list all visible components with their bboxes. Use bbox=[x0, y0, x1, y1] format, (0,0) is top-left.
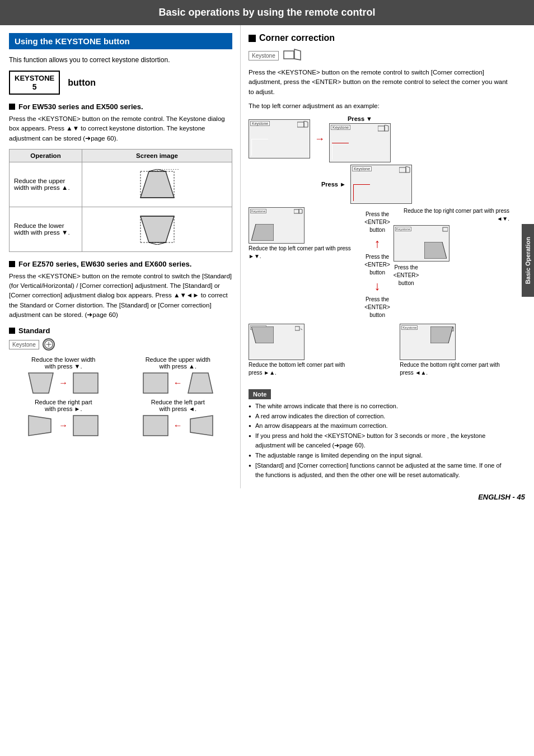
keystone-button-icon: KEYSTONE 5 bbox=[9, 71, 60, 95]
header-title: Basic operations by using the remote con… bbox=[158, 7, 375, 18]
big-arrow-icon: ↑ bbox=[374, 236, 381, 251]
note-item: An arrow disappears at the maximum corre… bbox=[249, 421, 509, 431]
enter-left-label: Press the<ENTER>button bbox=[364, 253, 390, 277]
note-item: A red arrow indicates the direction of c… bbox=[249, 412, 509, 422]
std-item-upper: Reduce the upper widthwith press ▲. ← bbox=[124, 356, 233, 394]
big-arrow-down-icon: ↓ bbox=[374, 279, 381, 293]
screen-cell-1 bbox=[82, 162, 232, 207]
standard-icon-row: Keystone bbox=[9, 338, 232, 351]
corner-row-2: Press ► Keystone bbox=[321, 165, 509, 204]
square-bullet-corner bbox=[249, 35, 256, 42]
std-item-lower: Reduce the lower widthwith press ▼. → bbox=[9, 356, 118, 394]
op-cell-1: Reduce the upper width with press ▲. bbox=[10, 162, 82, 207]
reduce-bl-label: Reduce the bottom left corner part with … bbox=[249, 361, 355, 377]
page: Basic operations by using the remote con… bbox=[0, 0, 534, 756]
svg-marker-28 bbox=[294, 49, 301, 60]
arrow-right-icon-2: → bbox=[59, 421, 68, 431]
screen-cell-2 bbox=[82, 207, 232, 251]
operation-table: Operation Screen image Reduce the upper … bbox=[9, 149, 232, 252]
note-item: The white arrows indicate that there is … bbox=[249, 402, 509, 412]
screen-br: Keystone bbox=[400, 324, 456, 360]
svg-marker-19 bbox=[29, 373, 53, 393]
circle-icon bbox=[43, 338, 55, 351]
corner-desc1: Press the <KEYSTONE> button on the remot… bbox=[249, 68, 509, 97]
left-column: Using the KEYSTONE button This function … bbox=[0, 25, 241, 488]
table-header-screen: Screen image bbox=[82, 149, 232, 162]
corner-icon-small-3 bbox=[399, 166, 410, 174]
svg-marker-9 bbox=[140, 216, 174, 242]
svg-marker-26 bbox=[190, 416, 213, 436]
corner-icon-tl bbox=[294, 209, 303, 215]
svg-marker-50 bbox=[430, 326, 453, 343]
svg-marker-23 bbox=[29, 416, 51, 436]
table-row: Reduce the lower width with press ▼. bbox=[10, 207, 232, 251]
press-down-group: Press ▼ Keystone bbox=[329, 115, 391, 162]
svg-marker-30 bbox=[304, 121, 308, 127]
op-cell-2: Reduce the lower width with press ▼. bbox=[10, 207, 82, 251]
arrow-right-icon: → bbox=[59, 378, 68, 388]
svg-rect-33 bbox=[378, 126, 385, 131]
reduce-tl-label: Reduce the top left corner part with pre… bbox=[249, 245, 361, 260]
tl-group: Keystone Reduce the top left corner part… bbox=[249, 207, 361, 260]
press-down-label: Press ▼ bbox=[348, 115, 372, 122]
corner-icon-tr bbox=[441, 227, 448, 233]
br-group: Keystone Reduce the bottom right corner … bbox=[400, 324, 509, 377]
right-column: Corner correction Keystone Press the <KE… bbox=[241, 25, 517, 488]
svg-rect-24 bbox=[73, 416, 98, 436]
corner-icon-small bbox=[297, 121, 308, 129]
corner-keystone-tag: Keystone bbox=[249, 51, 279, 60]
svg-rect-46 bbox=[295, 326, 299, 330]
square-bullet-icon-3 bbox=[9, 328, 15, 334]
press-right-label: Press ► bbox=[321, 181, 346, 188]
square-bullet-icon bbox=[9, 104, 15, 110]
svg-marker-48 bbox=[251, 326, 274, 343]
subsection2-text: Press the <KEYSTONE> button on the remot… bbox=[9, 272, 232, 320]
page-footer: ENGLISH - 45 bbox=[0, 488, 534, 506]
reduce-br-label: Reduce the bottom right corner part with… bbox=[400, 361, 509, 377]
svg-marker-43 bbox=[251, 224, 274, 241]
screen-after-down: Keystone bbox=[329, 123, 391, 162]
center-enter-col: Press the<ENTER>button ↑ Press the<ENTER… bbox=[364, 207, 390, 319]
table-row: Reduce the upper width with press ▲. bbox=[10, 162, 232, 207]
corner-arrows-3 bbox=[353, 184, 370, 201]
screen-after-right: Keystone bbox=[350, 165, 412, 204]
page-number: ENGLISH - 45 bbox=[478, 493, 525, 501]
note-item: The adjustable range is limited dependin… bbox=[249, 451, 509, 461]
svg-marker-2 bbox=[140, 171, 174, 198]
corner-heading: Corner correction bbox=[249, 33, 509, 43]
svg-line-47 bbox=[301, 329, 302, 330]
svg-rect-20 bbox=[73, 373, 98, 393]
corner-arrows bbox=[251, 139, 268, 156]
note-item: [Standard] and [Corner correction] funct… bbox=[249, 461, 509, 480]
intro-text: This function allows you to correct keys… bbox=[9, 55, 232, 65]
side-tab: Basic Operation bbox=[522, 224, 534, 297]
svg-rect-27 bbox=[284, 51, 294, 59]
corner-icon-row: Keystone bbox=[249, 49, 509, 62]
subsection1-title: For EW530 series and EX500 series. bbox=[9, 102, 232, 111]
svg-marker-22 bbox=[188, 373, 213, 393]
note-title: Note bbox=[249, 389, 271, 399]
four-corner-diagram: Keystone Reduce the top left corner part… bbox=[249, 207, 509, 377]
reduce-tr-label: Reduce the top right corner part with pr… bbox=[394, 207, 509, 223]
corner-icon-bl bbox=[295, 325, 303, 332]
keystone-small-tag: Keystone bbox=[9, 340, 39, 349]
svg-marker-38 bbox=[406, 166, 410, 172]
corner-row-1: Keystone → Press ▼ Keystone bbox=[249, 115, 509, 162]
standard-section: Standard Keystone bbox=[9, 326, 232, 437]
tr-group: Reduce the top right corner part with pr… bbox=[394, 207, 509, 287]
screen-initial: Keystone bbox=[249, 119, 310, 158]
std-item-left: Reduce the left partwith press ◄. ← bbox=[124, 399, 233, 437]
left-section-title: Using the KEYSTONE button bbox=[9, 33, 232, 49]
arrow-right-big: → bbox=[315, 133, 325, 145]
svg-rect-37 bbox=[399, 167, 406, 172]
note-item: If you press and hold the <KEYSTONE> but… bbox=[249, 431, 509, 451]
svg-rect-25 bbox=[143, 416, 168, 436]
square-bullet-icon-2 bbox=[9, 261, 15, 267]
arrow-left-icon: ← bbox=[174, 378, 182, 388]
svg-marker-42 bbox=[299, 209, 302, 213]
svg-rect-41 bbox=[294, 209, 299, 213]
content-area: Using the KEYSTONE button This function … bbox=[0, 25, 534, 488]
arrow-left-icon-2: ← bbox=[174, 421, 182, 431]
note-list: The white arrows indicate that there is … bbox=[249, 402, 509, 480]
svg-marker-45 bbox=[424, 242, 447, 259]
